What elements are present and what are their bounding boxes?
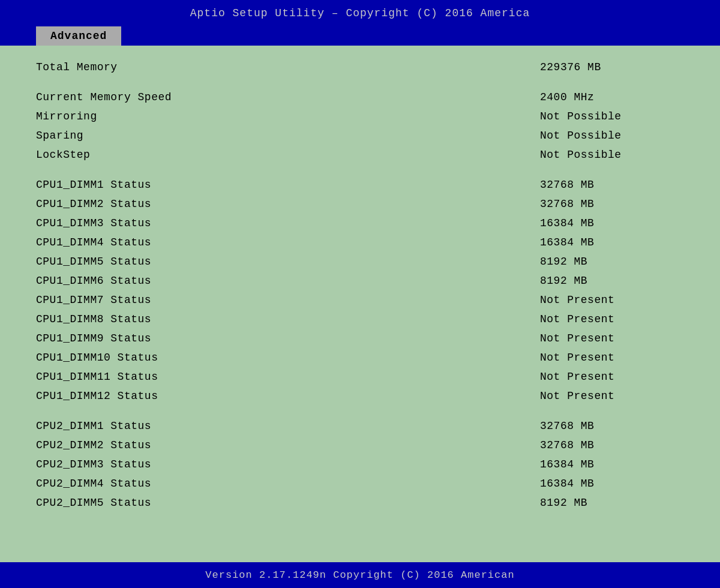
info-value: 8192 MB (540, 497, 660, 509)
info-label: CPU1_DIMM3 Status (36, 217, 151, 229)
info-value: Not Present (540, 352, 660, 364)
info-label: CPU1_DIMM9 Status (36, 332, 151, 344)
main-content: Total Memory229376 MBCurrent Memory Spee… (0, 46, 720, 562)
info-row: CPU1_DIMM5 Status8192 MB (24, 252, 696, 271)
info-row: CPU2_DIMM5 Status8192 MB (24, 493, 696, 512)
info-label: CPU1_DIMM4 Status (36, 236, 151, 248)
info-value: Not Possible (540, 149, 660, 161)
info-row: CPU1_DIMM1 Status32768 MB (24, 175, 696, 194)
info-row: CPU1_DIMM4 Status16384 MB (24, 233, 696, 252)
info-label: LockStep (36, 149, 90, 161)
info-row: CPU1_DIMM7 StatusNot Present (24, 290, 696, 310)
info-label: CPU1_DIMM1 Status (36, 179, 151, 191)
footer-text: Version 2.17.1249n Copyright (C) 2016 Am… (205, 569, 514, 581)
title-bar: Aptio Setup Utility – Copyright (C) 2016… (0, 0, 720, 26)
info-row: CPU1_DIMM10 StatusNot Present (24, 348, 696, 367)
info-row: LockStepNot Possible (24, 145, 696, 164)
info-label: CPU1_DIMM2 Status (36, 198, 151, 210)
section-gap (24, 164, 696, 175)
info-label: CPU1_DIMM5 Status (36, 256, 151, 268)
info-row: SparingNot Possible (24, 126, 696, 145)
section-gap (24, 77, 696, 88)
info-label: CPU2_DIMM2 Status (36, 439, 151, 451)
info-value: Not Present (540, 371, 660, 383)
info-value: Not Possible (540, 130, 660, 142)
info-row: CPU1_DIMM8 StatusNot Present (24, 310, 696, 329)
bios-screen: Aptio Setup Utility – Copyright (C) 2016… (0, 0, 720, 588)
info-row: CPU1_DIMM2 Status32768 MB (24, 194, 696, 214)
info-row: CPU2_DIMM4 Status16384 MB (24, 474, 696, 493)
info-value: Not Present (540, 313, 660, 325)
tab-bar: Advanced (0, 26, 720, 46)
info-label: Sparing (36, 130, 83, 142)
info-label: CPU2_DIMM3 Status (36, 458, 151, 470)
info-value: 32768 MB (540, 198, 660, 210)
info-value: 16384 MB (540, 458, 660, 470)
info-label: CPU1_DIMM8 Status (36, 313, 151, 325)
info-label: CPU2_DIMM4 Status (36, 478, 151, 490)
info-row: CPU1_DIMM11 StatusNot Present (24, 367, 696, 386)
info-label: CPU1_DIMM10 Status (36, 352, 158, 364)
info-row: Total Memory229376 MB (24, 58, 696, 77)
info-label: CPU1_DIMM7 Status (36, 294, 151, 306)
info-value: 229376 MB (540, 61, 660, 73)
footer-bar: Version 2.17.1249n Copyright (C) 2016 Am… (0, 562, 720, 588)
info-value: 32768 MB (540, 420, 660, 432)
info-row: CPU1_DIMM6 Status8192 MB (24, 271, 696, 290)
info-value: Not Present (540, 332, 660, 344)
info-value: 16384 MB (540, 478, 660, 490)
info-value: 8192 MB (540, 256, 660, 268)
info-row: CPU2_DIMM2 Status32768 MB (24, 436, 696, 455)
info-label: Current Memory Speed (36, 91, 172, 103)
info-label: Total Memory (36, 61, 118, 73)
info-label: CPU1_DIMM11 Status (36, 371, 158, 383)
info-value: Not Present (540, 294, 660, 306)
info-label: CPU1_DIMM6 Status (36, 275, 151, 287)
info-value: 32768 MB (540, 439, 660, 451)
tab-advanced[interactable]: Advanced (36, 26, 121, 46)
info-row: CPU2_DIMM3 Status16384 MB (24, 455, 696, 474)
title-text: Aptio Setup Utility – Copyright (C) 2016… (190, 7, 530, 19)
info-value: 2400 MHz (540, 91, 660, 103)
info-value: 8192 MB (540, 275, 660, 287)
info-row: MirroringNot Possible (24, 107, 696, 126)
info-row: Current Memory Speed2400 MHz (24, 88, 696, 107)
info-value: 16384 MB (540, 236, 660, 248)
info-label: CPU1_DIMM12 Status (36, 390, 158, 402)
info-row: CPU1_DIMM9 StatusNot Present (24, 329, 696, 348)
info-label: CPU2_DIMM5 Status (36, 497, 151, 509)
info-row: CPU1_DIMM12 StatusNot Present (24, 386, 696, 406)
section-gap (24, 406, 696, 416)
info-label: CPU2_DIMM1 Status (36, 420, 151, 432)
info-value: Not Present (540, 390, 660, 402)
info-value: 16384 MB (540, 217, 660, 229)
info-row: CPU2_DIMM1 Status32768 MB (24, 416, 696, 436)
info-label: Mirroring (36, 110, 97, 122)
info-value: 32768 MB (540, 179, 660, 191)
info-value: Not Possible (540, 110, 660, 122)
info-row: CPU1_DIMM3 Status16384 MB (24, 214, 696, 233)
